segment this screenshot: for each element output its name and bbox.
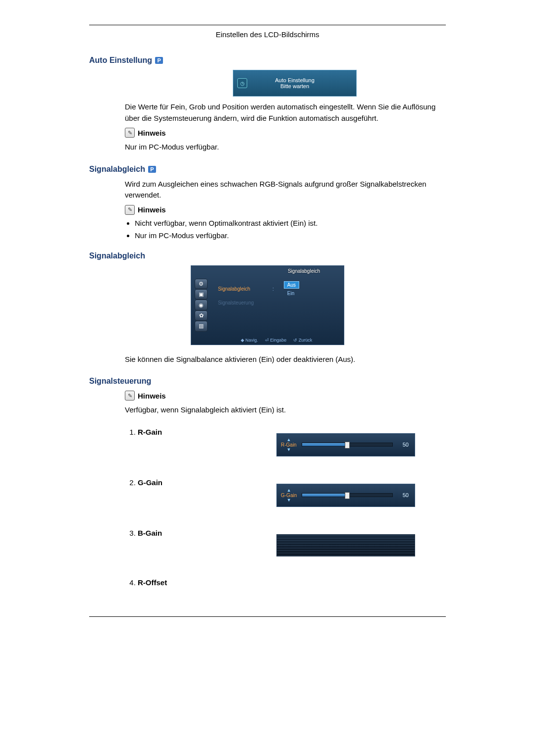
signalsteuerung-list: R-Gain ▲ R-Gain ▼ 50 bbox=[125, 428, 446, 587]
page-header-title: Einstellen des LCD-Bildschirms bbox=[89, 30, 446, 39]
osd-footer-eingabe: ⏎ Eingabe bbox=[265, 338, 287, 343]
slider-fill bbox=[302, 443, 347, 446]
slider-value: 50 bbox=[398, 442, 409, 448]
note-icon: ✎ bbox=[125, 391, 135, 401]
osd-sound-icon: ◉ bbox=[195, 300, 208, 310]
divider-bottom bbox=[89, 616, 446, 617]
divider-top bbox=[89, 25, 446, 25]
loading-icon: ◷ bbox=[237, 78, 247, 88]
osd-row-signalabgleich: Signalabgleich bbox=[218, 286, 263, 292]
signalabgleich-bullets: Nicht verfügbar, wenn Optimalkontrast ak… bbox=[125, 219, 446, 240]
osd-option-aus: Aus bbox=[284, 281, 299, 289]
slider-value: 50 bbox=[398, 492, 409, 498]
signalsteuerung-body: Verfügbar, wenn Signalabgleich aktiviert… bbox=[125, 404, 446, 416]
osd-input-icon: ⚙ bbox=[195, 279, 208, 289]
list-item-b-gain: B-Gain bbox=[138, 529, 446, 556]
slider-r-gain: ▲ R-Gain ▼ 50 bbox=[276, 433, 415, 456]
section-title-auto-einstellung: Auto Einstellung P bbox=[89, 56, 446, 65]
section-title-signalabgleich-desc: Signalabgleich P bbox=[89, 165, 446, 174]
osd-row-signalsteuerung: Signalsteuerung bbox=[218, 300, 263, 305]
slider-track bbox=[302, 493, 393, 497]
section-title-signalsteuerung: Signalsteuerung bbox=[89, 377, 446, 386]
signalabgleich-body: Wird zum Ausgleichen eines schwachen RGB… bbox=[125, 179, 446, 201]
hinweis-label: Hinweis bbox=[138, 129, 166, 137]
arrow-up-icon: ▲ bbox=[286, 438, 291, 442]
hinweis-row: ✎ Hinweis bbox=[125, 128, 446, 138]
osd-sidebar: ⚙ ▣ ◉ ✿ ▥ bbox=[191, 277, 211, 334]
osd-footer-navig: ◆ Navig. bbox=[241, 338, 258, 343]
slider-name: R-Gain bbox=[281, 442, 297, 448]
slider-thumb bbox=[345, 442, 350, 449]
list-item-r-offset: R-Offset bbox=[138, 578, 446, 587]
item-label: R-Gain bbox=[138, 428, 162, 436]
bullet-item: Nicht verfügbar, wenn Optimalkontrast ak… bbox=[135, 219, 446, 227]
b-gain-preview-image bbox=[276, 534, 415, 556]
osd-footer-zurueck: ↺ Zurück bbox=[293, 338, 312, 343]
bullet-item: Nur im PC-Modus verfügbar. bbox=[135, 231, 446, 240]
osd-multi-icon: ▥ bbox=[195, 321, 208, 331]
item-label: B-Gain bbox=[138, 529, 162, 537]
pc-mode-badge-icon: P bbox=[148, 166, 156, 173]
auto-einstellung-note: Nur im PC-Modus verfügbar. bbox=[125, 142, 446, 153]
section-title-signalabgleich-osd: Signalabgleich bbox=[89, 252, 446, 260]
hinweis-label: Hinweis bbox=[138, 205, 166, 214]
wait-dialog-line1: Auto Einstellung bbox=[238, 77, 351, 83]
hinweis-row: ✎ Hinweis bbox=[125, 205, 446, 215]
arrow-down-icon: ▼ bbox=[286, 448, 291, 452]
item-label: G-Gain bbox=[138, 478, 162, 487]
auto-adjust-wait-dialog: ◷ Auto Einstellung Bitte warten bbox=[233, 70, 357, 97]
item-label: R-Offset bbox=[138, 578, 167, 587]
osd-signalabgleich-panel: Signalabgleich ⚙ ▣ ◉ ✿ ▥ Signalabgleich … bbox=[191, 265, 344, 345]
hinweis-label: Hinweis bbox=[138, 392, 166, 400]
arrow-down-icon: ▼ bbox=[287, 498, 291, 503]
arrow-up-icon: ▲ bbox=[287, 488, 291, 493]
section-title-text: Signalabgleich bbox=[89, 165, 145, 174]
list-item-g-gain: G-Gain ▲ G-Gain ▼ 50 bbox=[138, 478, 446, 507]
osd-panel-title: Signalabgleich bbox=[191, 266, 344, 275]
osd-body: Signalabgleich : Aus Ein Signalsteuerung bbox=[213, 275, 344, 345]
slider-thumb bbox=[345, 492, 350, 499]
osd-picture-icon: ▣ bbox=[195, 289, 208, 300]
note-icon: ✎ bbox=[125, 205, 135, 215]
pc-mode-badge-icon: P bbox=[155, 57, 163, 64]
slider-track bbox=[302, 443, 393, 447]
wait-dialog-line2: Bitte warten bbox=[238, 83, 351, 89]
section-title-text: Signalsteuerung bbox=[89, 377, 151, 386]
osd-setup-icon: ✿ bbox=[195, 310, 208, 321]
document-page: Einstellen des LCD-Bildschirms Auto Eins… bbox=[69, 0, 466, 652]
slider-name: G-Gain bbox=[281, 493, 297, 498]
section-title-text: Signalabgleich bbox=[89, 252, 145, 260]
section-title-text: Auto Einstellung bbox=[89, 56, 152, 65]
list-item-r-gain: R-Gain ▲ R-Gain ▼ 50 bbox=[138, 428, 446, 456]
slider-g-gain: ▲ G-Gain ▼ 50 bbox=[276, 484, 415, 507]
note-icon: ✎ bbox=[125, 128, 135, 138]
auto-einstellung-body: Die Werte für Fein, Grob und Position we… bbox=[125, 101, 446, 124]
osd-option-ein: Ein bbox=[284, 290, 299, 297]
hinweis-row: ✎ Hinweis bbox=[125, 391, 446, 401]
slider-fill bbox=[302, 494, 347, 497]
osd-footer: ◆ Navig. ⏎ Eingabe ↺ Zurück bbox=[213, 338, 340, 343]
signalabgleich-osd-body: Sie können die Signalbalance aktivieren … bbox=[125, 354, 446, 365]
